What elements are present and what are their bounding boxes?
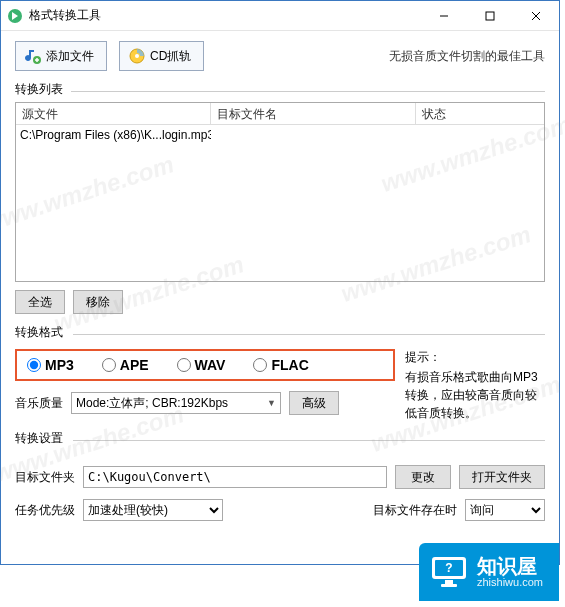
priority-row: 任务优先级 加速处理(较快) 目标文件存在时 询问 bbox=[15, 499, 545, 521]
format-wav[interactable]: WAV bbox=[177, 357, 226, 373]
list-buttons: 全选 移除 bbox=[1, 282, 559, 322]
list-section-label: 转换列表 bbox=[1, 79, 559, 102]
site-logo-badge: ? 知识屋 zhishiwu.com bbox=[419, 543, 559, 601]
svg-point-9 bbox=[135, 54, 139, 58]
format-flac[interactable]: FLAC bbox=[253, 357, 308, 373]
radio-wav[interactable] bbox=[177, 358, 191, 372]
logo-name: 知识屋 bbox=[477, 556, 543, 576]
col-status[interactable]: 状态 bbox=[416, 103, 544, 124]
cell-target bbox=[211, 125, 416, 145]
add-file-button[interactable]: 添加文件 bbox=[15, 41, 107, 71]
quality-row: 音乐质量 Mode:立体声; CBR:192Kbps ▼ 高级 bbox=[15, 391, 395, 415]
titlebar: 格式转换工具 bbox=[1, 1, 559, 31]
tip-body: 有损音乐格式歌曲向MP3转换，应由较高音质向较低音质转换。 bbox=[405, 368, 545, 422]
open-folder-button[interactable]: 打开文件夹 bbox=[459, 465, 545, 489]
priority-label: 任务优先级 bbox=[15, 502, 75, 519]
quality-select[interactable]: Mode:立体声; CBR:192Kbps ▼ bbox=[71, 392, 281, 414]
chevron-down-icon: ▼ bbox=[267, 398, 276, 408]
radio-mp3[interactable] bbox=[27, 358, 41, 372]
dest-row: 目标文件夹 更改 打开文件夹 bbox=[15, 465, 545, 489]
maximize-button[interactable] bbox=[467, 1, 513, 31]
format-area: MP3 APE WAV FLAC 音乐质量 Mode:立体声; CBR:192K… bbox=[1, 345, 559, 422]
add-file-label: 添加文件 bbox=[46, 48, 94, 65]
list-header: 源文件 目标文件名 状态 bbox=[16, 103, 544, 125]
exists-label: 目标文件存在时 bbox=[373, 502, 457, 519]
music-plus-icon bbox=[24, 47, 42, 65]
remove-button[interactable]: 移除 bbox=[73, 290, 123, 314]
col-source[interactable]: 源文件 bbox=[16, 103, 211, 124]
table-row[interactable]: C:\Program Files (x86)\K...login.mp3 bbox=[16, 125, 544, 145]
change-button[interactable]: 更改 bbox=[395, 465, 451, 489]
cell-status bbox=[416, 125, 544, 145]
monitor-icon: ? bbox=[429, 554, 469, 590]
radio-ape[interactable] bbox=[102, 358, 116, 372]
svg-rect-2 bbox=[486, 12, 494, 20]
exists-select[interactable]: 询问 bbox=[465, 499, 545, 521]
advanced-button[interactable]: 高级 bbox=[289, 391, 339, 415]
dest-label: 目标文件夹 bbox=[15, 469, 75, 486]
settings-area: 目标文件夹 更改 打开文件夹 任务优先级 加速处理(较快) 目标文件存在时 询问 bbox=[1, 451, 559, 535]
svg-rect-13 bbox=[445, 580, 453, 584]
format-section-label: 转换格式 bbox=[1, 322, 559, 345]
priority-select[interactable]: 加速处理(较快) bbox=[83, 499, 223, 521]
cell-source: C:\Program Files (x86)\K...login.mp3 bbox=[16, 125, 211, 145]
cd-icon bbox=[128, 47, 146, 65]
format-radio-group: MP3 APE WAV FLAC bbox=[15, 349, 395, 381]
cd-rip-label: CD抓轨 bbox=[150, 48, 191, 65]
tip-title: 提示： bbox=[405, 349, 545, 366]
select-all-button[interactable]: 全选 bbox=[15, 290, 65, 314]
col-target[interactable]: 目标文件名 bbox=[211, 103, 416, 124]
logo-domain: zhishiwu.com bbox=[477, 576, 543, 588]
cd-rip-button[interactable]: CD抓轨 bbox=[119, 41, 204, 71]
app-window: 格式转换工具 添加文件 CD抓轨 无损音质文件切割的最佳工具 转换列表 源文件 … bbox=[0, 0, 560, 565]
quality-label: 音乐质量 bbox=[15, 395, 63, 412]
svg-text:?: ? bbox=[445, 561, 452, 575]
minimize-button[interactable] bbox=[421, 1, 467, 31]
settings-section-label: 转换设置 bbox=[1, 428, 559, 451]
quality-value: Mode:立体声; CBR:192Kbps bbox=[76, 395, 228, 412]
tagline-text: 无损音质文件切割的最佳工具 bbox=[389, 48, 545, 65]
list-body: C:\Program Files (x86)\K...login.mp3 bbox=[16, 125, 544, 145]
tip-box: 提示： 有损音乐格式歌曲向MP3转换，应由较高音质向较低音质转换。 bbox=[395, 349, 545, 422]
svg-rect-14 bbox=[441, 584, 457, 587]
window-title: 格式转换工具 bbox=[29, 7, 421, 24]
radio-flac[interactable] bbox=[253, 358, 267, 372]
close-button[interactable] bbox=[513, 1, 559, 31]
toolbar: 添加文件 CD抓轨 无损音质文件切割的最佳工具 bbox=[1, 31, 559, 79]
format-ape[interactable]: APE bbox=[102, 357, 149, 373]
app-icon bbox=[7, 8, 23, 24]
format-mp3[interactable]: MP3 bbox=[27, 357, 74, 373]
dest-path-input[interactable] bbox=[83, 466, 387, 488]
file-list[interactable]: 源文件 目标文件名 状态 C:\Program Files (x86)\K...… bbox=[15, 102, 545, 282]
